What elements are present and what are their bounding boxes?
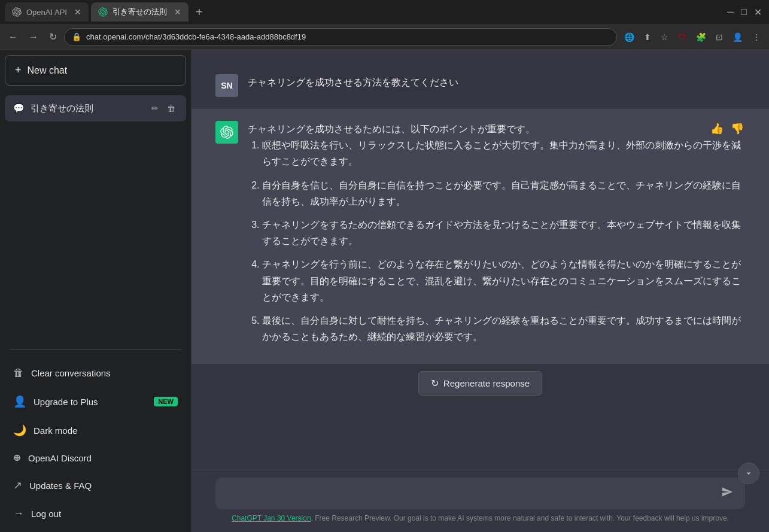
external-link-icon: ↗ xyxy=(13,479,22,492)
sidebar-item-clear[interactable]: 🗑 Clear conversations xyxy=(5,360,186,387)
thumbs-up-btn[interactable]: 👍 xyxy=(709,121,725,136)
user-avatar: SN xyxy=(215,74,238,97)
minimize-btn[interactable]: ─ xyxy=(725,4,736,20)
trash-icon: 🗑 xyxy=(13,367,24,379)
menu-btn[interactable]: ⋮ xyxy=(749,29,764,45)
message-header: チャネリングを成功させるためには、以下のポイントが重要です。 👍 👎 xyxy=(248,121,745,137)
send-icon xyxy=(721,486,733,498)
scroll-bottom-button[interactable] xyxy=(738,463,759,484)
sidebar-item-logout[interactable]: → Log out xyxy=(5,500,186,527)
regenerate-area: ↻ Regenerate response xyxy=(192,364,769,403)
sidebar-toggle-btn[interactable]: ⊡ xyxy=(712,29,727,45)
close-btn[interactable]: ✕ xyxy=(752,4,764,20)
moon-icon: 🌙 xyxy=(13,424,26,437)
discord-label: OpenAI Discord xyxy=(28,453,92,463)
sidebar-top: + New chat xyxy=(0,50,191,90)
logout-icon: → xyxy=(13,507,24,520)
profile-btn[interactable]: 👤 xyxy=(729,29,746,45)
main-content: SN チャネリングを成功させる方法を教えてください チャネリングを成功させるため… xyxy=(192,50,769,532)
chat-item[interactable]: 💬 引き寄せの法則 ✏ 🗑 xyxy=(5,95,186,121)
chat-area: SN チャネリングを成功させる方法を教えてください チャネリングを成功させるため… xyxy=(192,50,769,470)
puzzle-btn[interactable]: 🧩 xyxy=(692,29,710,45)
input-area: ChatGPT Jan 30 Version. Free Research Pr… xyxy=(192,470,769,532)
lock-icon: 🔒 xyxy=(72,32,81,41)
tab-close-btn-2[interactable]: ✕ xyxy=(174,7,181,17)
logout-label: Log out xyxy=(31,509,61,519)
app: + New chat 💬 引き寄せの法則 ✏ 🗑 🗑 Clear convers… xyxy=(0,50,769,532)
openai-logo xyxy=(220,126,233,139)
tab-title: OpenAI API xyxy=(26,8,67,17)
bookmark-btn[interactable]: ☆ xyxy=(657,29,672,45)
upgrade-label: Upgrade to Plus xyxy=(34,397,98,407)
updates-label: Updates & FAQ xyxy=(29,481,92,491)
sidebar-item-upgrade[interactable]: 👤 Upgrade to Plus NEW xyxy=(5,388,186,415)
footer-text: ChatGPT Jan 30 Version. Free Research Pr… xyxy=(215,509,745,527)
list-item-1: 瞑想や呼吸法を行い、リラックスした状態に入ることが大切です。集中力が高まり、外部… xyxy=(262,137,745,169)
sidebar-item-discord[interactable]: ⊕ OpenAI Discord xyxy=(5,445,186,470)
sidebar-item-updates[interactable]: ↗ Updates & FAQ xyxy=(5,472,186,499)
tab-favicon-2 xyxy=(98,7,108,17)
user-message-content: チャネリングを成功させる方法を教えてください xyxy=(248,74,745,97)
sidebar-divider xyxy=(10,349,181,350)
nav-actions: 🌐 ⬆ ☆ 🛡 🧩 ⊡ 👤 ⋮ xyxy=(621,29,764,45)
refresh-btn[interactable]: ↻ xyxy=(45,28,60,46)
response-list: 瞑想や呼吸法を行い、リラックスした状態に入ることが大切です。集中力が高まり、外部… xyxy=(248,137,745,345)
new-chat-label: New chat xyxy=(28,65,68,76)
tab-close-btn[interactable]: ✕ xyxy=(74,7,81,17)
input-wrapper xyxy=(215,478,745,509)
tab-hikiyo[interactable]: 引き寄せの法則 ✕ xyxy=(91,2,189,22)
list-item-3: チャネリングをするための信頼できるガイドや方法を見つけることが重要です。本やウェ… xyxy=(262,217,745,249)
chat-input[interactable] xyxy=(225,487,713,501)
tab-favicon xyxy=(12,7,22,17)
sidebar: + New chat 💬 引き寄せの法則 ✏ 🗑 🗑 Clear convers… xyxy=(0,50,192,532)
list-item-4: チャネリングを行う前に、どのような存在と繋がりたいのか、どのような情報を得たいの… xyxy=(262,256,745,305)
thumbs-down-btn[interactable]: 👎 xyxy=(730,121,745,136)
assistant-message: チャネリングを成功させるためには、以下のポイントが重要です。 👍 👎 瞑想や呼吸… xyxy=(192,109,769,364)
person-icon: 👤 xyxy=(13,395,26,408)
footer-description: . Free Research Preview. Our goal is to … xyxy=(311,514,729,522)
regenerate-button[interactable]: ↻ Regenerate response xyxy=(418,371,542,396)
tab-title-2: 引き寄せの法則 xyxy=(113,7,167,17)
discord-icon: ⊕ xyxy=(13,452,21,463)
darkmode-label: Dark mode xyxy=(34,425,77,436)
new-badge: NEW xyxy=(154,397,178,406)
sidebar-item-darkmode[interactable]: 🌙 Dark mode xyxy=(5,417,186,444)
translate-btn[interactable]: 🌐 xyxy=(621,29,638,45)
chat-icon: 💬 xyxy=(13,103,25,114)
tab-bar: OpenAI API ✕ 引き寄せの法則 ✕ + ─ □ ✕ xyxy=(0,0,769,24)
chat-list: 💬 引き寄せの法則 ✏ 🗑 xyxy=(0,90,191,345)
assistant-avatar xyxy=(215,121,238,144)
clear-label: Clear conversations xyxy=(31,368,111,378)
new-tab-button[interactable]: + xyxy=(191,3,208,22)
url-text: chat.openai.com/chat/3d63ddcb-fe6a-4348-… xyxy=(86,32,609,41)
tab-openai-api[interactable]: OpenAI API ✕ xyxy=(5,2,89,22)
edit-chat-btn[interactable]: ✏ xyxy=(149,102,161,114)
browser-chrome: OpenAI API ✕ 引き寄せの法則 ✕ + ─ □ ✕ ← → ↻ 🔒 c… xyxy=(0,0,769,50)
message-actions: 👍 👎 xyxy=(709,121,745,136)
window-controls: ─ □ ✕ xyxy=(725,4,764,20)
address-bar[interactable]: 🔒 chat.openai.com/chat/3d63ddcb-fe6a-434… xyxy=(64,28,617,46)
chevron-down-icon xyxy=(743,468,754,479)
back-btn[interactable]: ← xyxy=(5,28,22,46)
user-avatar-text: SN xyxy=(221,81,232,90)
share-btn[interactable]: ⬆ xyxy=(640,29,655,45)
plus-icon: + xyxy=(15,64,22,77)
forward-btn[interactable]: → xyxy=(25,28,42,46)
footer-link[interactable]: ChatGPT Jan 30 Version xyxy=(232,514,311,522)
regen-icon: ↻ xyxy=(431,378,439,389)
chat-item-title: 引き寄せの法則 xyxy=(31,103,143,114)
user-message: SN チャネリングを成功させる方法を教えてください xyxy=(192,62,769,109)
regen-label: Regenerate response xyxy=(443,378,530,388)
send-button[interactable] xyxy=(719,484,735,503)
chat-item-actions: ✏ 🗑 xyxy=(149,102,178,114)
nav-bar: ← → ↻ 🔒 chat.openai.com/chat/3d63ddcb-fe… xyxy=(0,24,769,50)
maximize-btn[interactable]: □ xyxy=(738,4,749,20)
user-message-text: チャネリングを成功させる方法を教えてください xyxy=(248,77,458,87)
sidebar-bottom: 🗑 Clear conversations 👤 Upgrade to Plus … xyxy=(0,355,191,532)
shield-btn[interactable]: 🛡 xyxy=(674,29,690,45)
assistant-message-content: チャネリングを成功させるためには、以下のポイントが重要です。 👍 👎 瞑想や呼吸… xyxy=(248,121,745,352)
list-item-5: 最後に、自分自身に対して耐性を持ち、チャネリングの経験を重ねることが重要です。成… xyxy=(262,312,745,345)
list-item-2: 自分自身を信じ、自分自身に自信を持つことが必要です。自己肯定感が高まることで、チ… xyxy=(262,177,745,209)
delete-chat-btn[interactable]: 🗑 xyxy=(165,102,178,114)
new-chat-button[interactable]: + New chat xyxy=(5,55,186,86)
